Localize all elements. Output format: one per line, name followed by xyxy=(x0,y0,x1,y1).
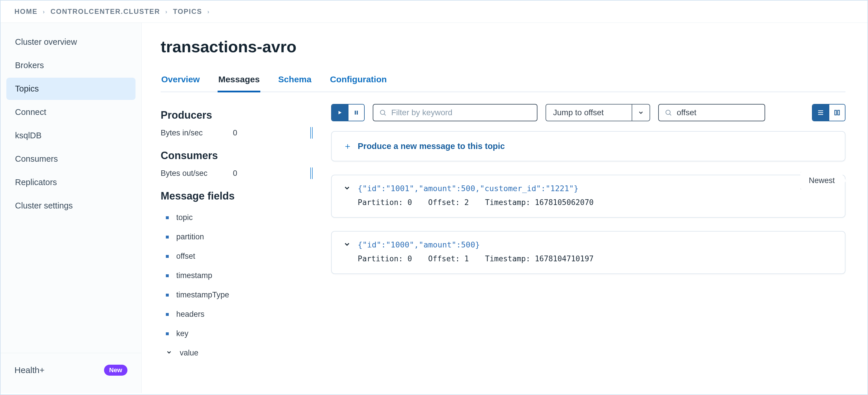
field-item-timestamp[interactable]: timestamp xyxy=(161,266,314,285)
filter-keyword-wrap[interactable] xyxy=(373,104,537,121)
bullet-icon xyxy=(166,236,169,238)
message-meta: Partition: 0 Offset: 2 Timestamp: 167810… xyxy=(358,198,833,207)
jump-to-offset-group: Jump to offset xyxy=(546,104,650,121)
sidebar-item-replicators[interactable]: Replicators xyxy=(6,171,135,193)
field-item-headers[interactable]: headers xyxy=(161,305,314,324)
message-meta: Partition: 0 Offset: 1 Timestamp: 167810… xyxy=(358,254,833,263)
play-pause-group xyxy=(331,104,365,121)
message-card: {"id":"1000","amount":500} Partition: 0 … xyxy=(331,231,845,274)
bytes-in-value: 0 xyxy=(233,129,262,137)
pause-button[interactable] xyxy=(348,104,364,121)
message-fields-heading: Message fields xyxy=(161,190,314,202)
page-title: transactions-avro xyxy=(161,37,845,56)
field-label: offset xyxy=(176,252,195,261)
field-label: timestampType xyxy=(176,291,229,299)
bullet-icon xyxy=(166,313,169,316)
svg-marker-0 xyxy=(339,111,342,114)
tab-overview[interactable]: Overview xyxy=(161,74,200,92)
sparkline-icon xyxy=(308,127,314,139)
messages-toolbar: Jump to offset xyxy=(331,104,845,121)
bytes-in-label: Bytes in/sec xyxy=(161,129,233,137)
list-view-button[interactable] xyxy=(812,104,829,121)
produce-message-button[interactable]: ＋ Produce a new message to this topic xyxy=(331,131,845,161)
svg-point-5 xyxy=(666,110,670,114)
field-item-partition[interactable]: partition xyxy=(161,227,314,246)
breadcrumb-cluster[interactable]: CONTROLCENTER.CLUSTER xyxy=(51,7,160,15)
bullet-icon xyxy=(166,216,169,219)
chevron-right-icon: › xyxy=(43,8,45,15)
consumers-heading: Consumers xyxy=(161,150,314,162)
chevron-right-icon: › xyxy=(208,8,210,15)
tab-messages[interactable]: Messages xyxy=(218,74,260,92)
message-json: {"id":"1000","amount":500} xyxy=(358,240,480,249)
svg-point-3 xyxy=(380,110,384,114)
play-button[interactable] xyxy=(332,104,348,121)
field-item-value[interactable]: value xyxy=(161,343,314,363)
health-label: Health+ xyxy=(14,365,44,375)
breadcrumb: HOME › CONTROLCENTER.CLUSTER › TOPICS › xyxy=(1,1,867,23)
main-content: transactions-avro Overview Messages Sche… xyxy=(142,23,867,393)
bullet-icon xyxy=(166,255,169,258)
search-icon xyxy=(379,109,386,117)
column-view-button[interactable] xyxy=(829,104,845,121)
filter-keyword-input[interactable] xyxy=(391,108,531,117)
chevron-right-icon: › xyxy=(165,8,168,15)
producers-heading: Producers xyxy=(161,109,314,121)
sidebar: Cluster overview Brokers Topics Connect … xyxy=(1,23,142,393)
svg-rect-10 xyxy=(835,110,837,115)
field-label: value xyxy=(180,349,198,358)
tab-schema[interactable]: Schema xyxy=(278,74,312,92)
sidebar-item-connect[interactable]: Connect xyxy=(6,101,135,123)
bytes-out-value: 0 xyxy=(233,169,262,178)
sidebar-item-consumers[interactable]: Consumers xyxy=(6,148,135,170)
bytes-out-label: Bytes out/sec xyxy=(161,169,233,178)
message-fields-list: topic partition offset timestamp timesta… xyxy=(161,208,314,363)
message-card: Newest {"id":"1001","amount":500,"custom… xyxy=(331,175,845,218)
jump-to-offset-select[interactable]: Jump to offset xyxy=(546,104,632,121)
offset-search-wrap[interactable] xyxy=(658,104,765,121)
field-item-timestamptype[interactable]: timestampType xyxy=(161,285,314,305)
expand-button[interactable] xyxy=(343,184,351,193)
svg-line-6 xyxy=(670,114,671,116)
sidebar-item-brokers[interactable]: Brokers xyxy=(6,54,135,76)
produce-message-label: Produce a new message to this topic xyxy=(358,141,505,151)
field-label: headers xyxy=(176,310,205,319)
sidebar-item-health[interactable]: Health+ New xyxy=(1,353,141,393)
field-label: key xyxy=(176,329,188,338)
field-label: partition xyxy=(176,232,204,241)
bullet-icon xyxy=(166,274,169,277)
sidebar-item-topics[interactable]: Topics xyxy=(6,78,135,100)
field-label: topic xyxy=(176,213,193,222)
offset-input[interactable] xyxy=(677,108,759,117)
plus-icon: ＋ xyxy=(343,140,352,152)
message-json: {"id":"1001","amount":500,"customer_id":… xyxy=(358,184,579,193)
sparkline-icon xyxy=(308,167,314,179)
svg-rect-2 xyxy=(357,110,358,114)
new-badge: New xyxy=(104,365,127,376)
svg-rect-11 xyxy=(838,110,839,115)
newest-tag: Newest xyxy=(800,172,846,189)
sidebar-item-cluster-settings[interactable]: Cluster settings xyxy=(6,195,135,217)
field-item-offset[interactable]: offset xyxy=(161,246,314,266)
breadcrumb-topics[interactable]: TOPICS xyxy=(173,7,202,15)
sidebar-item-ksqldb[interactable]: ksqlDB xyxy=(6,125,135,147)
svg-line-4 xyxy=(384,114,386,116)
tabs: Overview Messages Schema Configuration xyxy=(161,73,845,92)
field-item-topic[interactable]: topic xyxy=(161,208,314,227)
expand-button[interactable] xyxy=(343,240,351,249)
breadcrumb-home[interactable]: HOME xyxy=(14,7,37,15)
jump-dropdown-button[interactable] xyxy=(632,104,650,121)
sidebar-item-cluster-overview[interactable]: Cluster overview xyxy=(6,31,135,53)
field-item-key[interactable]: key xyxy=(161,324,314,343)
search-icon xyxy=(664,109,672,117)
bullet-icon xyxy=(166,294,169,297)
bullet-icon xyxy=(166,332,169,335)
view-toggle-group xyxy=(812,104,845,121)
chevron-down-icon xyxy=(166,349,172,358)
svg-rect-1 xyxy=(355,110,356,114)
field-label: timestamp xyxy=(176,271,212,280)
tab-configuration[interactable]: Configuration xyxy=(330,74,388,92)
